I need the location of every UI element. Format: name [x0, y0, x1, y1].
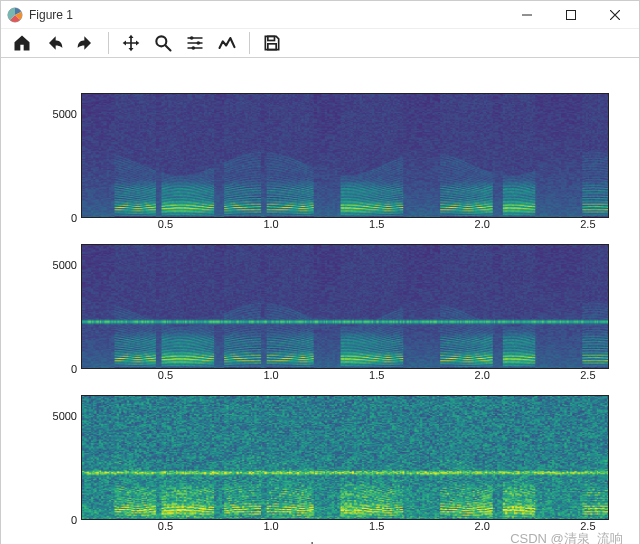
figure-canvas-area[interactable]: 050000.51.01.52.02.5050000.51.01.52.02.5… [1, 58, 639, 544]
edit-icon[interactable] [212, 29, 242, 57]
subplot: 050000.51.01.52.02.5 [31, 93, 609, 236]
x-tick-label: 2.5 [580, 369, 595, 381]
x-tick-label: 0.5 [158, 369, 173, 381]
svg-rect-6 [268, 36, 275, 40]
y-tick-label: 0 [71, 363, 77, 375]
x-tick-label: 1.0 [263, 218, 278, 230]
x-axis: 0.51.01.52.02.5 [81, 369, 609, 387]
y-tick-label: 0 [71, 514, 77, 526]
spectrogram-plot[interactable] [81, 93, 609, 218]
pan-icon[interactable] [116, 29, 146, 57]
forward-icon[interactable] [71, 29, 101, 57]
mpl-toolbar [1, 29, 639, 58]
maximize-button[interactable] [549, 1, 593, 29]
x-tick-label: 2.0 [475, 369, 490, 381]
x-tick-label: 1.0 [263, 520, 278, 532]
x-tick-label: 2.0 [475, 218, 490, 230]
x-axis-label: enhece specgram [81, 540, 609, 544]
svg-point-4 [197, 41, 201, 45]
x-tick-label: 0.5 [158, 520, 173, 532]
subplot: 050000.51.01.52.02.5 [31, 244, 609, 387]
figure-window: Figure 1 [0, 0, 640, 544]
toolbar-separator [108, 32, 109, 54]
y-tick-label: 5000 [53, 108, 77, 120]
x-tick-label: 2.5 [580, 520, 595, 532]
back-icon[interactable] [39, 29, 69, 57]
y-tick-label: 5000 [53, 410, 77, 422]
x-axis: 0.51.01.52.02.5 [81, 520, 609, 538]
minimize-button[interactable] [505, 1, 549, 29]
y-tick-label: 5000 [53, 259, 77, 271]
x-tick-label: 1.5 [369, 218, 384, 230]
spectrogram-plot[interactable] [81, 395, 609, 520]
save-icon[interactable] [257, 29, 287, 57]
svg-rect-7 [268, 44, 276, 50]
y-axis: 05000 [31, 395, 81, 520]
y-tick-label: 0 [71, 212, 77, 224]
toolbar-separator [249, 32, 250, 54]
spectrogram-plot[interactable] [81, 244, 609, 369]
zoom-icon[interactable] [148, 29, 178, 57]
titlebar: Figure 1 [1, 1, 639, 29]
x-tick-label: 1.5 [369, 369, 384, 381]
svg-rect-1 [567, 10, 576, 19]
close-button[interactable] [593, 1, 637, 29]
x-tick-label: 2.0 [475, 520, 490, 532]
home-icon[interactable] [7, 29, 37, 57]
x-tick-label: 1.5 [369, 520, 384, 532]
x-tick-label: 0.5 [158, 218, 173, 230]
svg-point-5 [192, 46, 196, 50]
svg-point-3 [190, 36, 194, 40]
x-tick-label: 2.5 [580, 218, 595, 230]
configure-icon[interactable] [180, 29, 210, 57]
matplotlib-app-icon [7, 7, 23, 23]
x-axis: 0.51.01.52.02.5 [81, 218, 609, 236]
y-axis: 05000 [31, 93, 81, 218]
subplot: 050000.51.01.52.02.5enhece specgram [31, 395, 609, 544]
window-title: Figure 1 [29, 8, 73, 22]
y-axis: 05000 [31, 244, 81, 369]
x-tick-label: 1.0 [263, 369, 278, 381]
